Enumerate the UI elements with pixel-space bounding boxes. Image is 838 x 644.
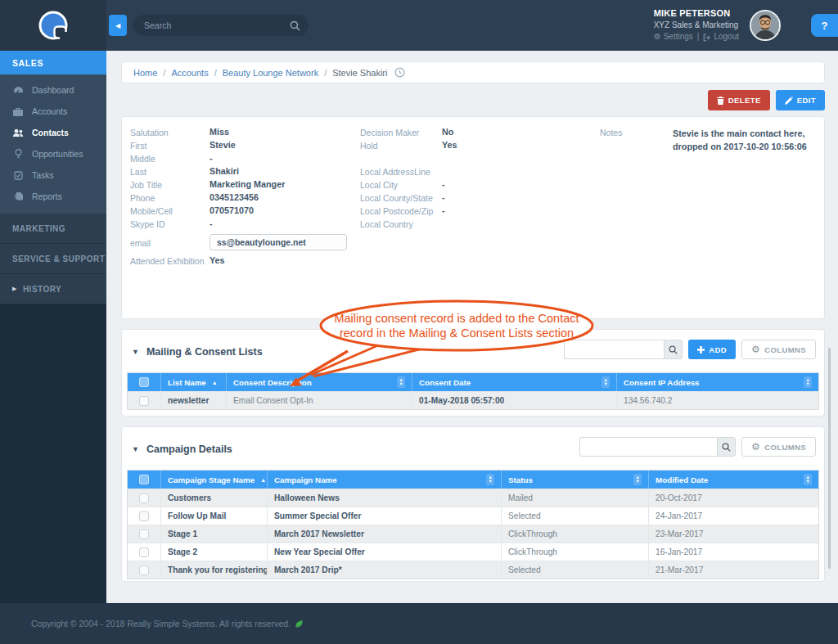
sort-icon[interactable]: ▲▼ [804,376,812,387]
history-clock-icon[interactable] [394,67,405,78]
row-checkbox[interactable] [139,493,149,503]
field-local-county-state: Local County/State- [360,192,581,205]
consent-search-button[interactable] [664,340,683,359]
column-header-campaign-stage-name[interactable]: Campaign Stage Name▲ [160,471,267,489]
row-checkbox[interactable] [139,511,149,521]
contact-detail-card: SalutationMiss FirstStevie Middle- LastS… [121,116,825,319]
campaign-table-row[interactable]: Thank you for registering March 2017 Dri… [128,561,818,579]
user-block: MIKE PETERSON XYZ Sales & Marketing ⚙Set… [654,8,739,43]
column-header-consent-ip[interactable]: Consent IP Address▲▼ [616,373,818,391]
sidebar-item-opportunities[interactable]: Opportunities [0,143,106,164]
select-all-checkbox[interactable] [139,377,149,387]
reports-icon [12,191,24,201]
sidebar-items: Dashboard Accounts Contacts Opportunitie… [0,74,106,214]
column-header-campaign-name[interactable]: Campaign Name▲▼ [267,471,501,489]
app-footer: Copyright © 2004 - 2018 Really Simple Sy… [0,603,838,644]
page-scrollbar[interactable] [828,348,831,569]
pencil-icon [785,97,793,105]
sidebar-item-dashboard[interactable]: Dashboard [0,79,106,101]
columns-button[interactable]: ⚙ COLUMNS [741,340,816,359]
search-icon [722,443,731,452]
row-checkbox[interactable] [139,396,149,406]
column-header-status[interactable]: Status▲▼ [501,471,648,489]
briefcase-icon [12,107,24,116]
field-mobile: Mobile/Cell070571070 [130,205,355,218]
campaign-table-row[interactable]: Stage 2 New Year Special Offer ClickThro… [128,543,818,561]
sidebar-section-marketing[interactable]: MARKETING [0,214,106,244]
column-header-consent-date[interactable]: Consent Date▲▼ [412,373,616,391]
breadcrumb-accounts[interactable]: Accounts [171,68,208,78]
campaign-search-button[interactable] [717,437,736,457]
column-header-list-name[interactable]: List Name▲ [160,373,226,391]
field-attended-exhibition: Attended ExhibitionYes [130,255,355,268]
campaign-details-title[interactable]: ▼ Campaign Details [132,444,232,455]
app-header: ◀ MIKE PETERSON XYZ Sales & Marketing ⚙S… [0,0,838,51]
column-header-consent-description[interactable]: Consent Description▲▼ [226,373,412,391]
gear-icon: ⚙ [751,344,760,355]
search-icon[interactable] [290,20,300,31]
logo-icon [36,8,70,43]
sidebar-collapse-button[interactable]: ◀ [109,15,127,36]
add-button[interactable]: ADD [688,340,736,359]
campaign-details-section: ▼ Campaign Details ⚙ COLUMNS Campai [121,426,825,582]
row-checkbox[interactable] [139,565,149,575]
field-middle: Middle- [130,153,355,166]
delete-button[interactable]: DELETE [708,90,770,110]
global-search [133,15,309,36]
logout-link[interactable]: Logout [703,32,739,43]
breadcrumb-home[interactable]: Home [133,68,157,78]
campaign-search-input[interactable] [579,437,717,457]
field-local-city: Local City- [360,179,581,192]
sidebar-section-sales[interactable]: SALES [0,51,106,74]
sort-icon[interactable]: ▲▼ [633,474,642,484]
sidebar-section-history[interactable]: ▶ HISTORY [0,274,106,304]
header-divider: | [697,32,700,43]
consent-search-input[interactable] [564,340,664,359]
select-all-checkbox[interactable] [139,475,149,484]
columns-button[interactable]: ⚙ COLUMNS [741,437,816,457]
sort-icon[interactable]: ▲▼ [397,376,405,387]
users-icon [12,128,24,137]
settings-link[interactable]: ⚙Settings [654,32,693,43]
mailing-consent-title[interactable]: ▼ Mailing & Consent Lists [132,346,263,358]
sidebar-item-tasks[interactable]: Tasks [0,164,106,186]
mailing-consent-section: ▼ Mailing & Consent Lists ADD ⚙ COLUMNS [121,329,825,417]
edit-button[interactable]: EDIT [776,90,825,110]
dashboard-icon [12,86,24,95]
row-checkbox[interactable] [139,529,149,539]
chevron-right-icon: ▶ [12,286,17,292]
help-button[interactable]: ? [811,14,838,37]
check-square-icon [12,171,24,180]
sidebar-item-accounts[interactable]: Accounts [0,101,106,122]
sort-asc-icon: ▲ [260,477,266,483]
sort-icon[interactable]: ▲▼ [486,474,494,484]
collapse-triangle-icon: ▼ [132,445,139,453]
field-hold: HoldYes [360,140,581,153]
consent-table-row[interactable]: newsletter Email Consent Opt-In 01-May-2… [128,391,818,409]
avatar[interactable] [750,10,781,41]
campaign-table-row[interactable]: Stage 1 March 2017 Newsletter ClickThrou… [128,525,818,543]
lightbulb-icon [12,149,24,159]
column-header-modified-date[interactable]: Modified Date▲▼ [648,471,818,489]
field-local-postcode-zip: Local Postcode/Zip- [360,205,581,218]
trash-icon [717,97,724,105]
field-notes: Notes Stevie is the main contact here, d… [600,127,838,153]
row-checkbox[interactable] [139,547,149,557]
collapse-triangle-icon: ▼ [132,348,139,356]
sidebar-section-service-support[interactable]: SERVICE & SUPPORT [0,244,106,274]
sidebar-item-reports[interactable]: Reports [0,186,106,207]
field-first: FirstStevie [130,140,355,153]
breadcrumb-account-name[interactable]: Beauty Lounge Network [223,68,318,78]
app-logo[interactable] [0,0,106,51]
sort-icon[interactable]: ▲▼ [804,474,812,484]
campaign-table-row[interactable]: Customers Halloween News Mailed 20-Oct-2… [128,489,818,507]
email-input[interactable] [210,234,347,250]
sort-icon[interactable]: ▲▼ [601,376,610,387]
global-search-input[interactable] [144,20,290,30]
logout-icon [703,34,711,42]
sidebar-item-contacts[interactable]: Contacts [0,122,106,143]
campaign-table-row[interactable]: Follow Up Mail Summer Special Offer Sele… [128,507,818,525]
field-skype: Skype ID- [130,218,355,232]
search-icon [669,345,678,354]
consent-table-search [564,340,683,359]
